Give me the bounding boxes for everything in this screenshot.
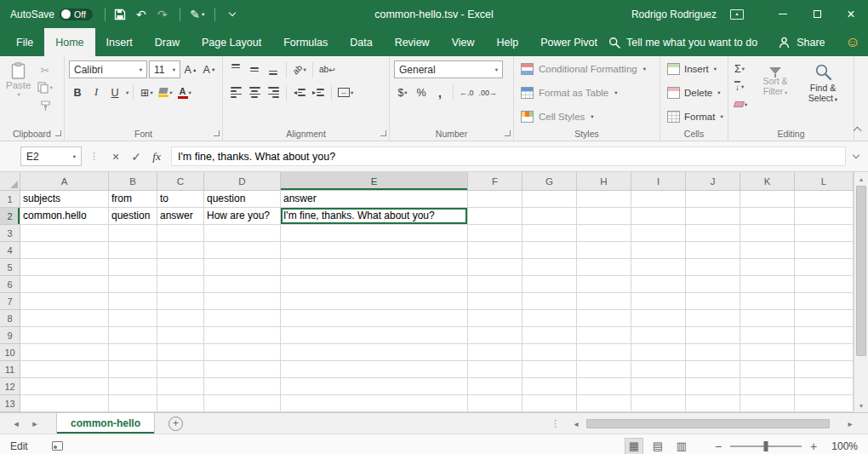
cell-C8[interactable] — [157, 310, 204, 327]
ribbon-tab-page-layout[interactable]: Page Layout — [191, 28, 272, 56]
cell-B8[interactable] — [109, 310, 157, 327]
row-header-6[interactable]: 6 — [0, 276, 20, 293]
fill-color-button[interactable]: ▾ — [157, 83, 174, 101]
horizontal-scrollbar[interactable] — [585, 418, 841, 429]
cell-B12[interactable] — [109, 378, 157, 395]
ribbon-tab-home[interactable]: Home — [44, 28, 94, 56]
cut-button[interactable]: ✂ — [36, 62, 54, 78]
normal-view-button[interactable]: ▦ — [625, 438, 643, 454]
decrease-font-size-button[interactable]: A▼ — [201, 60, 218, 78]
cell-A13[interactable] — [20, 395, 109, 412]
cell-I10[interactable] — [631, 344, 686, 361]
cell-K6[interactable] — [740, 276, 795, 293]
cancel-button[interactable]: × — [106, 147, 125, 166]
cell-A7[interactable] — [20, 293, 109, 310]
cell-K2[interactable] — [740, 208, 795, 225]
column-header-B[interactable]: B — [109, 172, 157, 191]
cell-A10[interactable] — [20, 344, 109, 361]
tab-scroll-split-handle[interactable]: ⋮ — [551, 413, 560, 434]
cell-K7[interactable] — [740, 293, 795, 310]
row-header-10[interactable]: 10 — [0, 344, 20, 361]
cell-C12[interactable] — [157, 378, 204, 395]
align-left-button[interactable] — [227, 83, 244, 101]
cell-H2[interactable] — [577, 208, 631, 225]
cell-H10[interactable] — [577, 344, 631, 361]
name-box[interactable]: E2 ▾ — [20, 147, 82, 166]
cell-D9[interactable] — [204, 327, 281, 344]
cell-E8[interactable] — [281, 310, 468, 327]
italic-button[interactable]: I — [88, 83, 105, 101]
cell-A2[interactable]: common.hello — [20, 208, 109, 225]
cell-K11[interactable] — [740, 361, 795, 378]
comma-style-button[interactable]: , — [431, 83, 448, 101]
scroll-down-icon[interactable]: ▼ — [854, 399, 868, 412]
cell-A9[interactable] — [20, 327, 109, 344]
cell-I5[interactable] — [631, 259, 686, 276]
formula-input[interactable]: I'm fine, thanks. What about you? — [171, 147, 846, 166]
cell-I11[interactable] — [631, 361, 686, 378]
autosum-button[interactable]: Σ▾ — [733, 60, 750, 77]
cell-L2[interactable] — [795, 208, 854, 225]
align-middle-button[interactable] — [246, 60, 263, 78]
cell-F1[interactable] — [468, 191, 523, 208]
autosave-toggle[interactable]: AutoSave Off — [0, 9, 100, 20]
find-select-button[interactable]: Find & Select — [801, 60, 845, 126]
cell-H7[interactable] — [577, 293, 631, 310]
cell-F9[interactable] — [468, 327, 523, 344]
row-header-2[interactable]: 2 — [0, 208, 20, 225]
cell-J6[interactable] — [686, 276, 740, 293]
cell-D5[interactable] — [204, 259, 281, 276]
underline-button[interactable]: U — [106, 83, 123, 101]
align-top-button[interactable] — [227, 60, 244, 78]
row-header-4[interactable]: 4 — [0, 242, 20, 259]
cell-J13[interactable] — [686, 395, 740, 412]
row-header-12[interactable]: 12 — [0, 378, 20, 395]
cell-H11[interactable] — [577, 361, 631, 378]
cell-F4[interactable] — [468, 242, 523, 259]
ribbon-display-options-icon[interactable]: ▴ — [730, 9, 744, 20]
conditional-formatting-button[interactable]: Conditional Formatting▾ — [518, 60, 656, 78]
cell-C6[interactable] — [157, 276, 204, 293]
zoom-slider-thumb[interactable] — [764, 441, 768, 451]
cell-C7[interactable] — [157, 293, 204, 310]
cell-I9[interactable] — [631, 327, 686, 344]
redo-button[interactable]: ↷ — [153, 4, 172, 25]
cell-A8[interactable] — [20, 310, 109, 327]
cell-L11[interactable] — [795, 361, 854, 378]
cell-D8[interactable] — [204, 310, 281, 327]
ribbon-tab-power-pivot[interactable]: Power Pivot — [529, 28, 608, 56]
cell-G5[interactable] — [523, 259, 577, 276]
column-header-H[interactable]: H — [577, 172, 631, 191]
cell-H4[interactable] — [577, 242, 631, 259]
ribbon-tab-draw[interactable]: Draw — [144, 28, 191, 56]
column-header-A[interactable]: A — [20, 172, 109, 191]
maximize-button[interactable] — [800, 0, 834, 28]
sort-filter-button[interactable]: Sort & Filter — [753, 60, 797, 126]
row-header-5[interactable]: 5 — [0, 259, 20, 276]
cell-G9[interactable] — [523, 327, 577, 344]
format-as-table-button[interactable]: Format as Table▾ — [518, 83, 656, 102]
cell-C4[interactable] — [157, 242, 204, 259]
customize-qat-button[interactable] — [223, 4, 242, 25]
cell-L6[interactable] — [795, 276, 854, 293]
cell-K5[interactable] — [740, 259, 795, 276]
cell-I8[interactable] — [631, 310, 686, 327]
cell-K12[interactable] — [740, 378, 795, 395]
cell-G11[interactable] — [523, 361, 577, 378]
cell-F6[interactable] — [468, 276, 523, 293]
cell-E11[interactable] — [281, 361, 468, 378]
fill-button[interactable]: ↓▾ — [733, 78, 750, 95]
cell-E5[interactable] — [281, 259, 468, 276]
cell-B11[interactable] — [109, 361, 157, 378]
cell-I4[interactable] — [631, 242, 686, 259]
font-name-select[interactable]: Calibri▾ — [69, 60, 147, 78]
cell-L7[interactable] — [795, 293, 854, 310]
cell-styles-button[interactable]: Cell Styles▾ — [518, 107, 656, 126]
hscroll-left-arrow[interactable]: ◂ — [568, 413, 584, 434]
sheet-nav-left-icon[interactable]: ◂ — [7, 413, 26, 434]
page-layout-view-button[interactable]: ▤ — [648, 438, 667, 454]
cell-K8[interactable] — [740, 310, 795, 327]
autosave-pill[interactable]: Off — [60, 9, 93, 20]
cell-L9[interactable] — [795, 327, 854, 344]
scroll-up-icon[interactable]: ▲ — [854, 172, 868, 186]
